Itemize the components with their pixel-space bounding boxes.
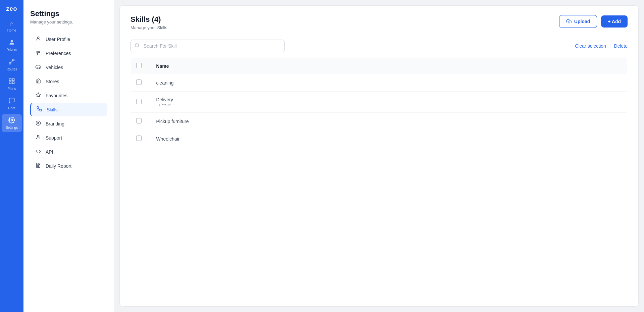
svg-rect-4: [9, 79, 11, 81]
svg-rect-5: [12, 79, 14, 81]
favourites-icon: [35, 92, 42, 99]
table-row: Delivery Default: [131, 92, 628, 113]
skill-name-cleaning: cleaning: [151, 74, 628, 92]
row-checkbox-2[interactable]: [136, 99, 142, 104]
svg-point-21: [38, 122, 39, 124]
default-badge: Default: [159, 103, 622, 107]
row-checkbox-1[interactable]: [136, 80, 142, 85]
sidebar-item-favourites[interactable]: Favourites: [30, 89, 107, 102]
left-nav: zeo ⌂ Home Drivers Routes Plans Chat Set…: [0, 0, 23, 312]
sidebar-label-stores: Stores: [46, 79, 59, 84]
add-button[interactable]: + Add: [601, 15, 628, 28]
sidebar-item-preferences[interactable]: Preferences: [30, 47, 107, 60]
sidebar-item-vehicles[interactable]: Vehicles: [30, 61, 107, 74]
separator: |: [609, 43, 611, 49]
svg-line-27: [138, 46, 139, 47]
svg-point-20: [36, 121, 40, 125]
svg-point-9: [37, 37, 39, 39]
skill-name-delivery: Delivery Default: [151, 92, 628, 113]
plans-icon: [8, 78, 15, 86]
sidebar-item-daily-report[interactable]: Daily Report: [30, 159, 107, 173]
nav-label-drivers: Drivers: [6, 48, 17, 52]
svg-point-13: [37, 51, 38, 52]
sidebar-label-vehicles: Vehicles: [46, 65, 63, 70]
svg-line-3: [10, 60, 13, 63]
nav-item-home[interactable]: ⌂ Home: [2, 18, 22, 35]
skill-name-wheelchair: Wheelchair: [151, 130, 628, 148]
skills-table: Name cleaning Delivery Default Pickup fu…: [130, 58, 628, 148]
sidebar: Settings Manage your settings. User Prof…: [23, 0, 114, 312]
search-input[interactable]: [130, 40, 285, 52]
search-input-wrapper: [130, 40, 285, 52]
chat-icon: [8, 97, 15, 105]
upload-icon: [566, 19, 572, 24]
sidebar-label-favourites: Favourites: [46, 93, 67, 98]
row-checkbox-3[interactable]: [136, 118, 142, 123]
svg-rect-7: [12, 82, 14, 84]
sidebar-label-support: Support: [46, 135, 62, 141]
nav-item-plans[interactable]: Plans: [2, 75, 22, 93]
skills-icon: [36, 106, 43, 113]
svg-point-26: [135, 44, 139, 47]
svg-point-8: [11, 119, 13, 121]
svg-rect-6: [9, 82, 11, 84]
nav-label-routes: Routes: [6, 67, 17, 71]
svg-point-22: [37, 135, 39, 137]
skill-name-pickup-furniture: Pickup furniture: [151, 113, 628, 130]
sidebar-label-api: API: [46, 149, 53, 155]
svg-marker-19: [36, 93, 40, 97]
sidebar-label-daily-report: Daily Report: [46, 163, 71, 169]
sidebar-item-api[interactable]: API: [30, 145, 107, 159]
branding-icon: [35, 120, 42, 127]
column-name: Name: [151, 58, 628, 74]
sidebar-label-skills: Skills: [47, 107, 58, 112]
table-row: Pickup furniture: [131, 113, 628, 130]
table-row: cleaning: [131, 74, 628, 92]
sidebar-label-preferences: Preferences: [46, 51, 71, 56]
page-title: Skills (4): [130, 15, 168, 24]
table-body: cleaning Delivery Default Pickup furnitu…: [131, 74, 628, 148]
nav-item-chat[interactable]: Chat: [2, 95, 22, 113]
clear-selection-link[interactable]: Clear selection: [575, 43, 606, 49]
sidebar-label-branding: Branding: [46, 121, 64, 126]
search-bar-row: Clear selection | Delete: [130, 40, 628, 52]
sidebar-label-user-profile: User Profile: [46, 37, 70, 42]
main-content: Skills (4) Manage your Skills. Upload + …: [119, 5, 639, 307]
nav-item-settings[interactable]: Settings: [2, 114, 22, 132]
svg-point-0: [11, 40, 13, 42]
sidebar-item-support[interactable]: Support: [30, 131, 107, 145]
sidebar-menu: User Profile Preferences Vehicles Stores…: [30, 33, 107, 173]
support-icon: [35, 135, 42, 141]
nav-label-home: Home: [7, 29, 16, 32]
nav-label-settings: Settings: [6, 126, 18, 129]
selection-actions: Clear selection | Delete: [575, 43, 628, 49]
nav-item-drivers[interactable]: Drivers: [2, 36, 22, 54]
sidebar-item-branding[interactable]: Branding: [30, 117, 107, 131]
sidebar-item-user-profile[interactable]: User Profile: [30, 33, 107, 46]
svg-point-14: [39, 52, 40, 53]
page-subtitle: Manage your Skills.: [130, 25, 168, 30]
table-header: Name: [131, 58, 628, 74]
nav-label-chat: Chat: [8, 106, 15, 110]
page-header: Skills (4) Manage your Skills. Upload + …: [130, 15, 628, 30]
page-title-group: Skills (4) Manage your Skills.: [130, 15, 168, 30]
sidebar-subtitle: Manage your settings.: [30, 19, 107, 24]
table-row: Wheelchair: [131, 130, 628, 148]
header-actions: Upload + Add: [559, 15, 628, 28]
sidebar-item-skills[interactable]: Skills: [30, 103, 107, 116]
user-profile-icon: [35, 36, 42, 43]
delete-link[interactable]: Delete: [614, 43, 628, 49]
upload-button[interactable]: Upload: [559, 15, 597, 28]
sidebar-item-stores[interactable]: Stores: [30, 75, 107, 88]
stores-icon: [35, 78, 42, 85]
row-checkbox-4[interactable]: [136, 136, 142, 141]
svg-point-15: [37, 54, 38, 55]
nav-item-routes[interactable]: Routes: [2, 56, 22, 74]
vehicles-icon: [35, 64, 42, 71]
search-icon: [135, 43, 140, 49]
api-icon: [35, 149, 42, 155]
svg-rect-16: [36, 66, 41, 68]
select-all-checkbox[interactable]: [136, 63, 142, 68]
settings-icon: [8, 117, 15, 124]
home-icon: ⌂: [10, 20, 14, 27]
